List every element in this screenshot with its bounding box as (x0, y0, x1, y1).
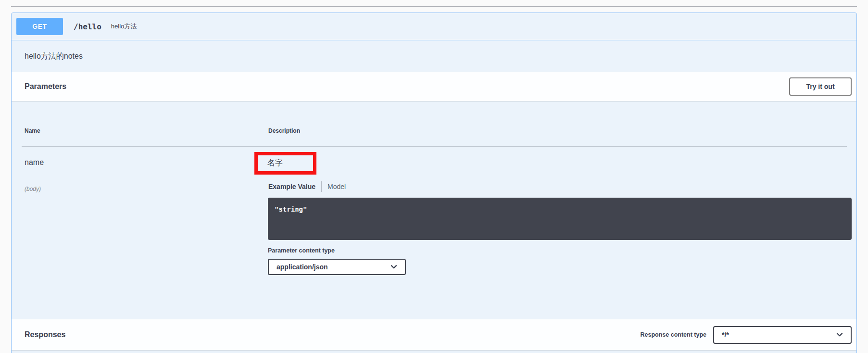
endpoint-summary: hello方法 (111, 22, 137, 31)
parameters-title: Parameters (25, 82, 66, 91)
tab-model[interactable]: Model (327, 183, 346, 190)
response-content-type-label: Response content type (640, 331, 706, 338)
parameter-content-type-value: application/json (277, 263, 328, 271)
example-code-block: "string" (268, 198, 852, 240)
clipped-tag-heading: hello-controller (47, 0, 239, 2)
response-content-type-value: */* (722, 331, 729, 339)
endpoint-path[interactable]: /hello (74, 22, 101, 31)
try-it-out-button[interactable]: Try it out (789, 77, 852, 96)
table-header-divider (22, 146, 847, 147)
tag-section-divider (11, 6, 857, 7)
annotation-red-box: 名字 (254, 152, 316, 175)
opblock-summary[interactable]: GET /hello hello方法 (12, 13, 856, 40)
parameter-name: name (25, 158, 44, 167)
parameters-section-header: Parameters Try it out (12, 72, 856, 101)
parameter-description: 名字 (267, 158, 283, 168)
responses-title: Responses (25, 330, 65, 339)
responses-section-header: Responses Response content type */* (12, 319, 856, 350)
example-model-tabs: Example Value Model (268, 181, 346, 192)
tab-separator (321, 181, 322, 192)
tab-example-value[interactable]: Example Value (268, 183, 315, 190)
parameter-content-type-select[interactable]: application/json (268, 259, 406, 275)
chevron-down-icon (835, 330, 844, 339)
column-header-description: Description (268, 127, 300, 134)
response-content-type-group: Response content type */* (640, 326, 852, 344)
http-method-badge[interactable]: GET (16, 18, 63, 35)
chevron-down-icon (390, 263, 398, 271)
opblock-get-hello: GET /hello hello方法 hello方法的notes Paramet… (11, 13, 857, 353)
parameter-content-type-label: Parameter content type (268, 247, 335, 254)
parameter-location: (body) (25, 186, 41, 192)
response-content-type-select[interactable]: */* (713, 326, 852, 344)
example-code: "string" (275, 205, 845, 213)
column-header-name: Name (25, 127, 40, 134)
endpoint-notes: hello方法的notes (12, 41, 856, 72)
